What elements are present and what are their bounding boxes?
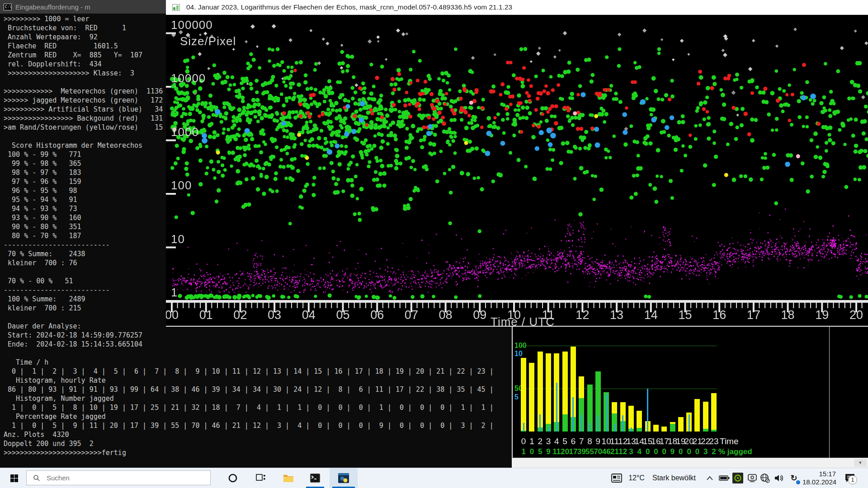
terminal-line: 1 | 0 | 5 | 8 | 10 | 19 | 17 | 25 | 21 |… <box>4 403 510 412</box>
scrollbar-strip[interactable]: ▼ <box>512 458 868 468</box>
bar-window-border <box>829 327 830 458</box>
search-icon <box>33 474 40 482</box>
gridline-100 <box>519 346 717 346</box>
bar-rate <box>678 417 684 432</box>
tray-expand-button[interactable] <box>703 468 716 488</box>
bar-axis-5: 5 <box>514 393 519 401</box>
terminal-line: Time / h <box>4 358 510 367</box>
bar-footer-value: 2 <box>708 447 720 456</box>
task-view-icon <box>256 474 266 483</box>
terminal-line: Start: 2024-02-18 14:59:09.776257 <box>4 331 510 340</box>
chevron-up-icon <box>707 476 713 480</box>
cortana-button[interactable] <box>222 468 244 488</box>
bar-rate <box>653 425 659 432</box>
x-tick-label: 02 <box>230 308 250 322</box>
bar-jagged-pct <box>711 430 717 432</box>
x-tick-label: 03 <box>264 308 284 322</box>
nvidia-icon <box>732 473 743 483</box>
python-app-button[interactable] <box>330 468 358 488</box>
webcam-icon <box>747 474 757 483</box>
bar-jagged-count-spike <box>572 397 574 432</box>
bar-jagged-count-spike <box>647 389 648 432</box>
battery-icon <box>719 475 730 481</box>
terminal-line: >>>>>>>>>>>>>>>>>>>>>>>>fertig <box>4 448 510 457</box>
terminal-line: Anz. Plots 4320 <box>4 430 510 439</box>
bar-jagged-count-spike <box>548 427 549 432</box>
bar-jagged-pct <box>637 428 642 432</box>
bar-rate <box>703 402 708 432</box>
bar-footer-label: % jagged <box>718 447 752 456</box>
globe-no-internet-icon <box>760 473 770 483</box>
x-tick-label: 05 <box>333 308 353 322</box>
terminal-line: Histogram, Number jagged <box>4 394 510 403</box>
x-tick-label: 00 <box>166 308 182 322</box>
bar-rate <box>661 427 667 432</box>
terminal-line: 1 | 0 | 5 | 9 | 11 | 20 | 17 | 39 | 55 |… <box>4 421 510 430</box>
y-tick-label: 10000 <box>171 71 206 85</box>
x-tick-label: 20 <box>846 308 866 322</box>
x-tick-label: 12 <box>572 308 592 322</box>
x-tick-label: 08 <box>436 308 456 322</box>
y-axis-label: Size/Pixel <box>180 34 236 48</box>
bar-jagged-pct <box>562 414 568 432</box>
x-tick-label: 11 <box>538 308 558 322</box>
battery-status[interactable] <box>718 468 731 488</box>
y-tick-label: 100 <box>171 178 192 192</box>
windows-logo-icon <box>10 474 18 482</box>
x-tick-label: 09 <box>470 308 490 322</box>
taskbar-search[interactable] <box>26 470 211 485</box>
file-explorer-button[interactable] <box>278 468 299 488</box>
bar-x-tick-label: 23 <box>708 436 720 446</box>
python-app-icon <box>338 473 349 483</box>
scatter-plot-window: Size/Pixel Time / UTC 04. Januar 2023, L… <box>166 0 868 327</box>
bar-rate <box>711 393 717 432</box>
x-tick-label: 14 <box>641 308 661 322</box>
x-tick-label: 16 <box>709 308 729 322</box>
taskbar-clock[interactable]: 15:17 18.02.2024 <box>802 470 836 486</box>
nvidia-tray[interactable] <box>731 468 744 488</box>
clock-date: 18.02.2024 <box>802 478 836 486</box>
bar-jagged-count-spike <box>581 414 582 432</box>
x-tick-label: 07 <box>401 308 421 322</box>
terminal-line: Percentage Rate jagged <box>4 412 510 421</box>
x-tick-label: 04 <box>299 308 319 322</box>
taskbar: 12°C Stark bewölkt ↻ 15:17 18.02.2024 <box>0 468 868 488</box>
plot-titlebar[interactable]: 04. Januar 2023, Logarithmus der Flaeche… <box>166 0 868 15</box>
bar-rate <box>694 399 700 432</box>
bar-rate <box>521 358 526 432</box>
weather-temperature[interactable]: 12°C <box>626 468 647 488</box>
command-prompt-icon <box>310 473 321 483</box>
cortana-icon <box>228 473 238 483</box>
webcam-tray[interactable] <box>746 468 759 488</box>
action-center-button[interactable]: 1 <box>841 468 859 488</box>
y-tick-label: 100000 <box>171 18 213 32</box>
task-view-button[interactable] <box>250 468 272 488</box>
y-tick-label: 10 <box>171 232 185 246</box>
command-prompt-button[interactable] <box>303 468 327 488</box>
weather-text[interactable]: Stark bewölkt <box>648 468 700 488</box>
sync-tray[interactable]: ↻ <box>787 468 801 488</box>
x-tick-label: 19 <box>812 308 832 322</box>
bar-jagged-pct <box>670 424 675 432</box>
search-input[interactable] <box>46 474 183 482</box>
sync-status-dot <box>796 480 800 484</box>
cmd-icon: C:\ <box>4 4 12 10</box>
y-tick-label: 1 <box>171 286 178 300</box>
bar-x-axis-label: Time <box>720 436 739 446</box>
volume-tray[interactable] <box>772 468 786 488</box>
network-tray[interactable] <box>758 468 772 488</box>
x-tick-label: 10 <box>504 308 524 322</box>
scroll-down-arrow[interactable]: ▼ <box>854 459 867 467</box>
x-tick-label: 17 <box>744 308 764 322</box>
x-tick-label: 06 <box>367 308 387 322</box>
folder-icon <box>283 474 294 483</box>
terminal-title: Eingabeaufforderung - m <box>15 3 90 11</box>
start-button[interactable] <box>4 468 24 488</box>
x-tick-label: 18 <box>778 308 798 322</box>
y-tick-label: 1000 <box>171 125 199 139</box>
news-widget[interactable] <box>609 468 625 488</box>
bar-jagged-count-spike <box>614 424 615 432</box>
bar-jagged-pct <box>703 429 708 432</box>
bar-axis-100: 100 <box>514 342 527 349</box>
bar-rate <box>529 363 534 432</box>
